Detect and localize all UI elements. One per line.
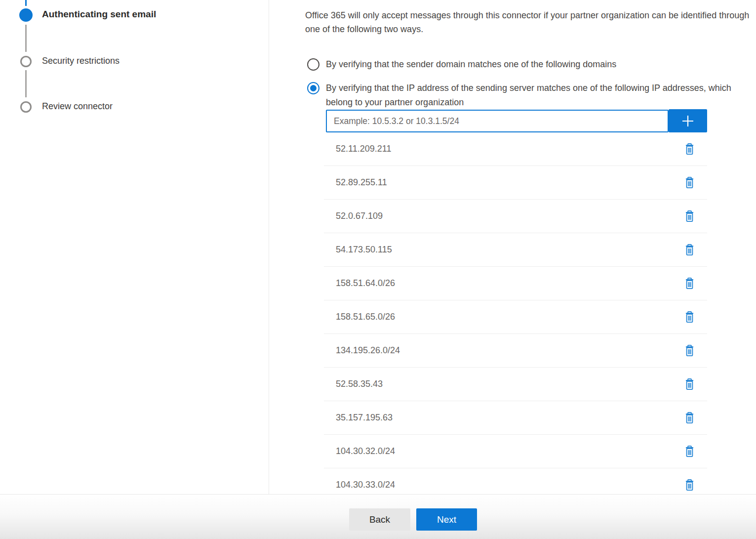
trash-icon xyxy=(684,378,695,390)
radio-option-label: By verifying that the sender domain matc… xyxy=(326,57,712,72)
wizard-footer: Back Next xyxy=(0,494,756,539)
stepper-connector xyxy=(25,25,27,52)
delete-ip-button[interactable] xyxy=(680,206,698,227)
radio-option-sender-domain[interactable]: By verifying that the sender domain matc… xyxy=(307,57,712,72)
ip-address-row: 158.51.64.0/26 xyxy=(324,267,707,300)
ip-address-value: 158.51.65.0/26 xyxy=(336,312,395,322)
ip-address-row: 104.30.32.0/24 xyxy=(324,435,707,468)
trash-icon xyxy=(684,445,695,457)
delete-ip-button[interactable] xyxy=(680,475,698,495)
ip-address-row: 158.51.65.0/26 xyxy=(324,300,707,334)
ip-address-value: 52.0.67.109 xyxy=(336,211,383,221)
step-label: Security restrictions xyxy=(42,56,119,66)
trash-icon xyxy=(684,176,695,189)
ip-address-value: 35.157.195.63 xyxy=(336,413,393,423)
ip-address-row: 134.195.26.0/24 xyxy=(324,334,707,368)
trash-icon xyxy=(684,479,695,491)
delete-ip-button[interactable] xyxy=(680,307,698,328)
delete-ip-button[interactable] xyxy=(680,441,698,462)
step-upcoming-circle-icon xyxy=(20,101,32,113)
trash-icon xyxy=(684,210,695,222)
radio-selected-icon[interactable] xyxy=(307,82,319,94)
delete-ip-button[interactable] xyxy=(680,139,698,160)
ip-address-value: 52.11.209.211 xyxy=(336,144,391,154)
ip-address-value: 104.30.33.0/24 xyxy=(336,480,395,490)
delete-ip-button[interactable] xyxy=(680,340,698,361)
radio-option-label: By verifying that the IP address of the … xyxy=(326,81,732,110)
trash-icon xyxy=(684,277,695,290)
ip-address-row: 104.30.33.0/24 xyxy=(324,468,707,494)
wizard-stepper-sidebar: Authenticating sent email Security restr… xyxy=(0,0,269,494)
trash-icon xyxy=(684,344,695,357)
step-label: Review connector xyxy=(42,101,113,112)
ip-address-value: 52.89.255.11 xyxy=(336,177,387,188)
trash-icon xyxy=(684,311,695,323)
stepper-connector-top xyxy=(25,0,27,6)
ip-address-value: 134.195.26.0/24 xyxy=(336,345,400,356)
step-upcoming-circle-icon xyxy=(20,56,32,67)
ip-address-row: 52.0.67.109 xyxy=(324,200,707,233)
delete-ip-button[interactable] xyxy=(680,408,698,428)
ip-address-list: 52.11.209.211 52.89.255.11 xyxy=(324,132,707,494)
plus-icon xyxy=(680,113,696,129)
back-button[interactable]: Back xyxy=(349,508,410,531)
stepper-connector xyxy=(25,70,27,97)
next-button[interactable]: Next xyxy=(416,508,477,531)
ip-address-value: 104.30.32.0/24 xyxy=(336,446,395,456)
ip-address-value: 52.58.35.43 xyxy=(336,379,383,389)
ip-address-row: 52.58.35.43 xyxy=(324,368,707,401)
add-ip-button[interactable] xyxy=(669,109,707,132)
trash-icon xyxy=(684,244,695,256)
ip-address-input[interactable] xyxy=(326,110,669,132)
ip-address-value: 54.173.50.115 xyxy=(336,245,392,255)
ip-address-row: 35.157.195.63 xyxy=(324,401,707,435)
intro-text: Office 365 will only accept messages thr… xyxy=(305,8,752,36)
ip-address-row: 54.173.50.115 xyxy=(324,233,707,267)
step-label: Authenticating sent email xyxy=(42,9,156,20)
step-current-dot-icon xyxy=(19,8,33,22)
ip-address-row: 52.89.255.11 xyxy=(324,166,707,200)
connector-wizard-page: Authenticating sent email Security restr… xyxy=(0,0,756,539)
trash-icon xyxy=(684,143,695,155)
ip-address-row: 52.11.209.211 xyxy=(324,132,707,166)
radio-unselected-icon[interactable] xyxy=(307,58,319,71)
trash-icon xyxy=(684,412,695,424)
delete-ip-button[interactable] xyxy=(680,374,698,395)
ip-address-value: 158.51.64.0/26 xyxy=(336,278,395,289)
radio-option-ip-address[interactable]: By verifying that the IP address of the … xyxy=(307,81,732,110)
delete-ip-button[interactable] xyxy=(680,273,698,294)
delete-ip-button[interactable] xyxy=(680,240,698,260)
delete-ip-button[interactable] xyxy=(680,172,698,193)
